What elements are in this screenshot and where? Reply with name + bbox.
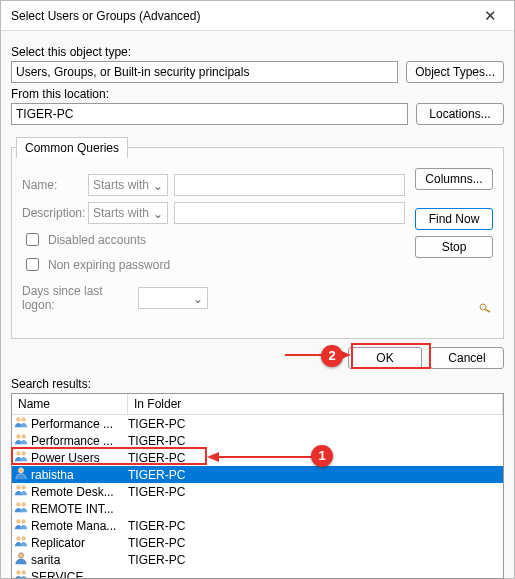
- svg-point-18: [16, 570, 20, 574]
- column-folder[interactable]: In Folder: [128, 394, 503, 414]
- non-expiring-checkbox[interactable]: [26, 258, 39, 271]
- dialog-title: Select Users or Groups (Advanced): [11, 9, 468, 23]
- user-icon: [14, 466, 28, 483]
- svg-point-19: [21, 570, 25, 574]
- row-folder: TIGER-PC: [128, 417, 501, 431]
- row-name: Remote Desk...: [31, 485, 114, 499]
- days-since-combo[interactable]: [138, 287, 208, 309]
- svg-point-13: [16, 519, 20, 523]
- object-type-input[interactable]: [11, 61, 398, 83]
- object-type-label: Select this object type:: [11, 45, 504, 59]
- row-name: SERVICE: [31, 570, 83, 579]
- group-icon: [14, 500, 28, 517]
- close-icon[interactable]: ✕: [468, 2, 512, 30]
- svg-point-17: [18, 553, 23, 558]
- from-location-label: From this location:: [11, 87, 504, 101]
- dialog-body: Select this object type: Object Types...…: [1, 31, 514, 339]
- list-item[interactable]: saritaTIGER-PC: [12, 551, 503, 568]
- list-item[interactable]: Remote Desk...TIGER-PC: [12, 483, 503, 500]
- svg-point-11: [16, 502, 20, 506]
- name-match-combo[interactable]: Starts with: [88, 174, 168, 196]
- svg-point-9: [16, 485, 20, 489]
- non-expiring-label: Non expiring password: [48, 258, 170, 272]
- description-label: Description:: [22, 206, 82, 220]
- row-folder: TIGER-PC: [128, 485, 501, 499]
- search-results-label: Search results:: [1, 377, 514, 393]
- row-name: REMOTE INT...: [31, 502, 114, 516]
- svg-point-6: [16, 451, 20, 455]
- row-folder: TIGER-PC: [128, 553, 501, 567]
- svg-point-0: [480, 304, 486, 310]
- group-icon: [14, 449, 28, 466]
- name-label: Name:: [22, 178, 82, 192]
- description-match-combo[interactable]: Starts with: [88, 202, 168, 224]
- svg-point-12: [21, 502, 25, 506]
- svg-point-7: [21, 451, 25, 455]
- row-name: sarita: [31, 553, 60, 567]
- disabled-accounts-label: Disabled accounts: [48, 233, 146, 247]
- titlebar: Select Users or Groups (Advanced) ✕: [1, 1, 514, 31]
- locations-button[interactable]: Locations...: [416, 103, 504, 125]
- row-folder: TIGER-PC: [128, 468, 501, 482]
- svg-point-2: [16, 417, 20, 421]
- group-icon: [14, 534, 28, 551]
- row-folder: TIGER-PC: [128, 434, 501, 448]
- list-item[interactable]: SERVICE: [12, 568, 503, 578]
- svg-point-8: [18, 468, 23, 473]
- row-name: Replicator: [31, 536, 85, 550]
- group-icon: [14, 483, 28, 500]
- results-list: Name In Folder Performance ...TIGER-PCPe…: [11, 393, 504, 579]
- row-name: Power Users: [31, 451, 100, 465]
- row-folder: TIGER-PC: [128, 536, 501, 550]
- list-item[interactable]: Performance ...TIGER-PC: [12, 415, 503, 432]
- find-now-button[interactable]: Find Now: [415, 208, 493, 230]
- callout-1: 1: [311, 445, 333, 467]
- name-input[interactable]: [174, 174, 405, 196]
- search-icon: [415, 301, 493, 318]
- columns-button[interactable]: Columns...: [415, 168, 493, 190]
- row-name: Remote Mana...: [31, 519, 116, 533]
- dialog-buttons: OK Cancel: [1, 339, 514, 377]
- list-item[interactable]: REMOTE INT...: [12, 500, 503, 517]
- svg-point-16: [21, 536, 25, 540]
- row-name: Performance ...: [31, 434, 113, 448]
- results-body[interactable]: Performance ...TIGER-PCPerformance ...TI…: [12, 415, 503, 578]
- tab-common-queries[interactable]: Common Queries: [16, 137, 128, 158]
- callout-2: 2: [321, 345, 343, 367]
- list-item[interactable]: Power UsersTIGER-PC: [12, 449, 503, 466]
- ok-button[interactable]: OK: [348, 347, 422, 369]
- stop-button[interactable]: Stop: [415, 236, 493, 258]
- svg-point-4: [16, 434, 20, 438]
- svg-point-10: [21, 485, 25, 489]
- list-item[interactable]: ReplicatorTIGER-PC: [12, 534, 503, 551]
- svg-line-1: [486, 310, 491, 313]
- column-name[interactable]: Name: [12, 394, 128, 414]
- group-icon: [14, 568, 28, 578]
- results-header[interactable]: Name In Folder: [12, 394, 503, 415]
- common-queries-group: Common Queries Name: Starts with Descrip…: [11, 147, 504, 339]
- description-input[interactable]: [174, 202, 405, 224]
- group-icon: [14, 415, 28, 432]
- list-item[interactable]: rabisthaTIGER-PC: [12, 466, 503, 483]
- group-icon: [14, 517, 28, 534]
- row-name: rabistha: [31, 468, 74, 482]
- list-item[interactable]: Remote Mana...TIGER-PC: [12, 517, 503, 534]
- svg-point-3: [21, 417, 25, 421]
- row-folder: TIGER-PC: [128, 519, 501, 533]
- group-icon: [14, 432, 28, 449]
- dialog: Select Users or Groups (Advanced) ✕ Sele…: [0, 0, 515, 579]
- row-name: Performance ...: [31, 417, 113, 431]
- svg-point-14: [21, 519, 25, 523]
- user-icon: [14, 551, 28, 568]
- object-types-button[interactable]: Object Types...: [406, 61, 504, 83]
- svg-point-15: [16, 536, 20, 540]
- days-since-label: Days since last logon:: [22, 284, 132, 312]
- cancel-button[interactable]: Cancel: [430, 347, 504, 369]
- location-input[interactable]: [11, 103, 408, 125]
- svg-point-5: [21, 434, 25, 438]
- list-item[interactable]: Performance ...TIGER-PC: [12, 432, 503, 449]
- disabled-accounts-checkbox[interactable]: [26, 233, 39, 246]
